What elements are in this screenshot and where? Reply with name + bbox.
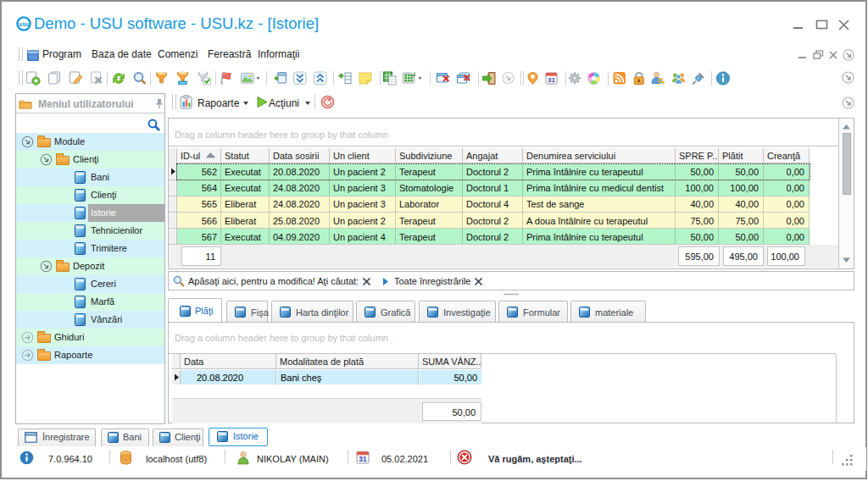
svg-text:31: 31 [548,76,555,84]
svg-text:31: 31 [359,455,367,463]
svg-text:usu: usu [19,21,29,27]
